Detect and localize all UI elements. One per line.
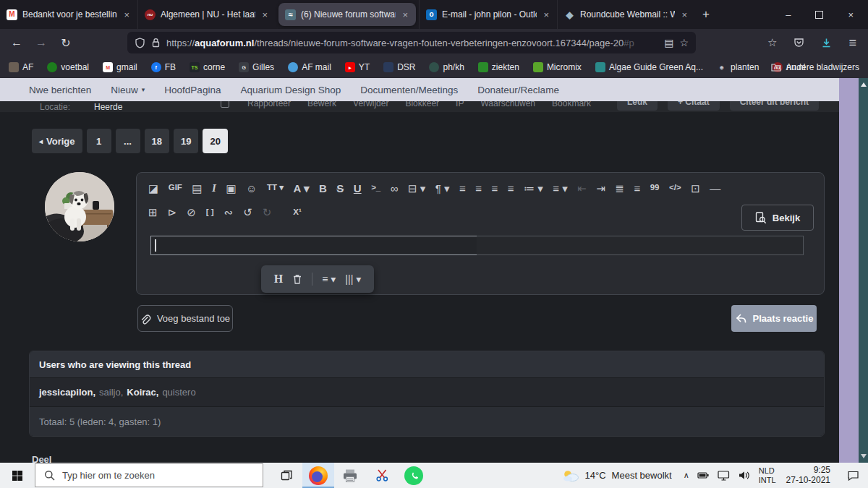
minimize-window-icon[interactable]: – — [786, 9, 791, 20]
bookmark-gilles[interactable]: GGilles — [239, 62, 274, 72]
align-right-icon[interactable]: ≡ — [492, 183, 498, 194]
outdent-icon[interactable]: ⇤ — [577, 183, 587, 194]
insert-image-icon[interactable]: ▣ — [226, 183, 236, 194]
close-window-icon[interactable]: × — [848, 9, 854, 20]
bookmark-planten[interactable]: ⊕planten — [717, 62, 759, 72]
taskbar-weather[interactable]: 14°C Meest bewolkt — [562, 469, 672, 481]
horizontal-rule-icon[interactable]: — — [710, 183, 720, 194]
page-button-18[interactable]: 18 — [145, 129, 169, 153]
nav-item-documents[interactable]: Documenten/Meetings — [360, 85, 458, 95]
table-rows-menu[interactable]: ≡ ▾ — [322, 273, 336, 285]
pocket-icon[interactable] — [793, 38, 804, 48]
table-cell-input-focused[interactable] — [150, 236, 477, 255]
bookmark-dsr[interactable]: DSR — [383, 62, 415, 72]
camera-icon[interactable]: ⊡ — [691, 183, 700, 194]
bookmark-corne[interactable]: TScorne — [190, 62, 225, 72]
other-bookmarks-button[interactable]: Andere bladwijzers — [771, 62, 859, 72]
tab-outlook[interactable]: o E-mail - john pilon - Outlook × — [419, 0, 557, 29]
align-left-icon[interactable]: ≡ — [475, 183, 482, 194]
superscript-icon[interactable]: X¹ — [293, 208, 302, 217]
browser-scrollbar-track[interactable] — [859, 78, 868, 463]
display-network-icon[interactable] — [718, 470, 730, 481]
tab-roundcube[interactable]: ◆ Roundcube Webmail :: Welko × — [557, 0, 695, 29]
restore-window-icon[interactable] — [815, 11, 823, 19]
page-ellipsis[interactable]: ... — [116, 129, 140, 153]
gif-icon[interactable]: GIF — [169, 184, 182, 192]
user-avatar-dog[interactable] — [45, 172, 114, 241]
scroll-up-arrow-icon[interactable] — [861, 82, 867, 87]
menu-icon[interactable]: ≡ — [848, 35, 856, 51]
nav-item-home[interactable]: HoofdPagina — [164, 85, 221, 95]
back-icon[interactable]: ← — [4, 36, 29, 49]
quote-button[interactable]: + Citaat — [668, 101, 720, 111]
bookmark-algae-guide-green-aq-[interactable]: Algae Guide Green Aq... — [595, 62, 703, 72]
bookmark-ziekten[interactable]: ziekten — [478, 62, 519, 72]
select-post-checkbox[interactable] — [221, 101, 229, 108]
bookmark-af-mail[interactable]: AF mail — [288, 62, 331, 72]
ip-link[interactable]: IP — [456, 101, 464, 108]
nav-item-shop[interactable]: Aquarium Design Shop — [240, 85, 341, 95]
tab-aquaforum-active[interactable]: ≈ (6) Nieuwe forum software vr × — [278, 3, 416, 26]
inline-code-icon[interactable]: >_ — [371, 184, 380, 192]
edit-link[interactable]: Bewerk — [307, 101, 336, 108]
printer-taskbar-button[interactable] — [334, 463, 366, 488]
nav-item-new[interactable]: Nieuw▾ — [111, 85, 145, 95]
battery-icon[interactable] — [697, 470, 710, 481]
table-header-toggle[interactable]: H — [274, 273, 283, 286]
text-color-icon[interactable]: A ▾ — [293, 183, 309, 194]
indent-icon[interactable]: ⇥ — [596, 183, 605, 194]
page-button-19[interactable]: 19 — [174, 129, 198, 153]
save-draft-icon[interactable]: ⊟ ▾ — [408, 183, 425, 194]
block-link[interactable]: Blokkeer — [405, 101, 439, 108]
like-button[interactable]: Leuk — [617, 101, 658, 111]
user-link[interactable]: quistero — [162, 387, 195, 398]
bold-icon[interactable]: B — [319, 183, 327, 194]
close-tab-icon[interactable]: × — [260, 9, 269, 20]
bookmark-gmail[interactable]: Mgmail — [103, 62, 137, 72]
language-indicator[interactable]: NLD INTL — [759, 466, 776, 484]
report-link[interactable]: Rapporteer — [247, 101, 291, 108]
prev-page-button[interactable]: ◂Vorige — [32, 129, 82, 153]
downloads-icon[interactable] — [821, 38, 832, 48]
speaker-icon[interactable] — [738, 470, 750, 481]
snipping-tool-taskbar-button[interactable] — [366, 463, 398, 488]
insert-media-icon[interactable]: ⊳ — [168, 207, 177, 218]
bookmark-af[interactable]: AF — [9, 62, 33, 72]
task-view-button[interactable] — [271, 463, 302, 488]
align-justify-icon[interactable]: ≡ — [459, 183, 466, 194]
inline-spoiler-icon[interactable]: ∞ — [391, 183, 399, 194]
bookmark-voetbal[interactable]: voetbal — [47, 62, 89, 72]
cite-post-button[interactable]: Citeer dit bericht — [730, 101, 819, 111]
remove-format-icon[interactable]: ◪ — [148, 183, 158, 194]
close-tab-icon[interactable]: × — [122, 9, 131, 20]
table-cell-input[interactable] — [477, 236, 804, 255]
nav-item-donate[interactable]: Donateur/Reclame — [477, 85, 559, 95]
reader-view-icon[interactable]: ▤ — [664, 37, 673, 48]
scroll-down-arrow-icon[interactable] — [861, 454, 867, 458]
table-columns-menu[interactable]: ||| ▾ — [345, 273, 361, 285]
user-link[interactable]: sailjo, — [99, 387, 123, 398]
taskbar-clock[interactable]: 9:25 27-10-2021 — [786, 466, 830, 485]
close-tab-icon[interactable]: × — [401, 9, 409, 20]
insert-link-icon[interactable]: ∾ — [224, 207, 234, 218]
align-center-icon[interactable]: ≡ — [508, 183, 514, 194]
page-scrollbar-thumb[interactable] — [839, 78, 859, 463]
bookmark-star-icon[interactable]: ☆ — [679, 37, 689, 48]
user-link[interactable]: Koirac, — [127, 387, 158, 398]
tab-nu-news[interactable]: nu Algemeen | NU - Het laatste n × — [137, 0, 276, 29]
collections-star-icon[interactable]: ☆ — [767, 36, 777, 49]
warn-link[interactable]: Waarschuwen — [480, 101, 535, 108]
unordered-list-icon[interactable]: ≡ — [634, 183, 640, 194]
bb-code-icon[interactable]: [ ] — [206, 208, 214, 217]
strikethrough-icon[interactable]: S — [336, 183, 344, 194]
start-button[interactable] — [0, 463, 35, 488]
action-center-button[interactable] — [838, 463, 868, 488]
smilies-icon[interactable]: ☺ — [246, 183, 257, 194]
tray-chevron-icon[interactable]: ∧ — [684, 471, 689, 480]
ordered-list-icon[interactable]: ≣ — [615, 183, 624, 194]
font-size-icon[interactable]: TT ▾ — [267, 184, 284, 192]
post-reply-button[interactable]: Plaats reactie — [731, 305, 817, 332]
bookmark-yt[interactable]: ▸YT — [345, 62, 370, 72]
delete-link[interactable]: Verwijder — [353, 101, 388, 108]
lock-icon[interactable] — [151, 38, 161, 48]
